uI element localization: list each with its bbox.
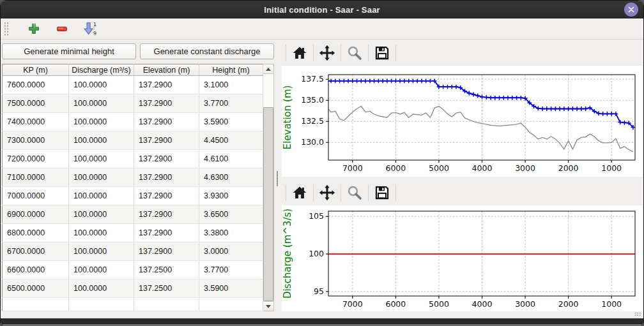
table-cell[interactable]: 137.2900 <box>134 150 199 168</box>
table-cell[interactable]: 100.0000 <box>69 113 134 131</box>
table-cell[interactable]: 100.0000 <box>69 242 134 261</box>
table-cell[interactable]: 6600.0000 <box>3 261 69 279</box>
table-cell[interactable]: 137.2900 <box>134 76 199 94</box>
table-cell[interactable]: 137.2500 <box>134 279 199 298</box>
table-cell[interactable] <box>134 298 199 311</box>
table-row: 6900.0000100.0000137.29003.6500 <box>3 205 263 224</box>
zoom-button[interactable] <box>345 183 364 202</box>
table-cell[interactable]: 137.2900 <box>134 94 199 113</box>
svg-text:2000: 2000 <box>558 299 579 309</box>
toolbar-separator <box>368 184 369 201</box>
table-cell[interactable]: 3.6500 <box>199 205 263 224</box>
table-cell[interactable]: 3.5900 <box>199 279 263 298</box>
column-header-discharge[interactable]: Discharge (m³/s) <box>69 64 134 76</box>
save-button[interactable] <box>372 43 392 63</box>
sort-rows-button[interactable]: 1 9 <box>80 20 100 38</box>
table-cell[interactable] <box>3 298 69 311</box>
add-row-button[interactable] <box>24 20 43 38</box>
elevation-plot[interactable]: 7000600050004000300020001000130.0132.513… <box>282 66 642 177</box>
table-row: 7200.0000100.0000137.29004.6100 <box>3 150 263 168</box>
generate-minimal-height-button[interactable]: Generate minimal height <box>2 43 136 59</box>
table-cell[interactable]: 7100.0000 <box>3 168 69 187</box>
generate-constant-discharge-button[interactable]: Generate constant discharge <box>140 43 274 59</box>
remove-row-button[interactable] <box>52 20 72 38</box>
table-cell[interactable]: 7300.0000 <box>3 131 69 150</box>
table-cell[interactable]: 100.0000 <box>69 168 134 187</box>
title-bar[interactable]: Initial condition - Saar - Saar <box>1 1 643 19</box>
table-cell[interactable]: 6700.0000 <box>3 242 69 261</box>
svg-text:6000: 6000 <box>385 299 406 309</box>
discharge-plot-toolbar <box>282 177 642 205</box>
table-row: 7300.0000100.0000137.29004.4500 <box>3 131 263 150</box>
table-cell[interactable] <box>199 298 263 311</box>
table-cell[interactable]: 100.0000 <box>69 261 134 279</box>
table-cell[interactable]: 137.2900 <box>134 242 199 261</box>
column-header-height[interactable]: Height (m) <box>199 64 263 76</box>
table-cell[interactable]: 100.0000 <box>69 224 134 242</box>
table-cell[interactable]: 6900.0000 <box>3 205 69 224</box>
home-button[interactable] <box>290 43 309 63</box>
table-cell[interactable]: 137.2900 <box>134 168 199 187</box>
table-cell[interactable]: 3.3800 <box>199 224 263 242</box>
scrollbar-up-button[interactable] <box>263 64 273 74</box>
table-cell[interactable]: 100.0000 <box>69 205 134 224</box>
table-cell[interactable]: 137.2900 <box>134 205 199 224</box>
home-button[interactable] <box>290 183 309 202</box>
minus-icon <box>56 23 68 34</box>
plots-panel: 7000600050004000300020001000130.0132.513… <box>279 40 643 311</box>
scrollbar-down-button[interactable] <box>263 301 273 311</box>
table-cell[interactable]: 100.0000 <box>69 131 134 150</box>
magnifier-icon <box>347 185 362 200</box>
svg-text:1000: 1000 <box>601 299 622 309</box>
table-cell[interactable]: 4.6100 <box>199 150 263 168</box>
svg-text:1000: 1000 <box>601 163 622 173</box>
table-cell[interactable]: 6800.0000 <box>3 224 69 242</box>
table-cell[interactable]: 137.2900 <box>134 187 199 205</box>
save-button[interactable] <box>372 183 392 202</box>
table-cell[interactable]: 7000.0000 <box>3 187 69 205</box>
table-row: 7500.0000100.0000137.29003.7700 <box>3 94 263 113</box>
table-cell[interactable]: 100.0000 <box>69 76 134 94</box>
table-cell[interactable]: 100.0000 <box>69 150 134 168</box>
table-cell[interactable]: 137.2900 <box>134 224 199 242</box>
table-cell[interactable]: 3.0000 <box>199 242 263 261</box>
table-cell[interactable]: 4.6300 <box>199 168 263 187</box>
resize-grip[interactable] <box>634 312 641 317</box>
discharge-plot[interactable]: 700060005000400030002000100095100105Disc… <box>282 205 642 311</box>
scrollbar-thumb[interactable] <box>263 107 273 301</box>
table-cell[interactable]: 7600.0000 <box>3 76 69 94</box>
table-cell[interactable]: 4.4500 <box>199 131 263 150</box>
table-cell[interactable]: 6500.0000 <box>3 279 69 298</box>
table-cell[interactable] <box>69 298 134 311</box>
zoom-button[interactable] <box>345 43 364 63</box>
table-cell[interactable]: 7200.0000 <box>3 150 69 168</box>
table-cell[interactable]: 3.7700 <box>199 94 263 113</box>
window-title: Initial condition - Saar - Saar <box>264 5 380 15</box>
table-cell[interactable]: 137.2500 <box>134 261 199 279</box>
svg-text:4000: 4000 <box>472 299 493 309</box>
table-cell[interactable]: 3.1000 <box>199 76 263 94</box>
table-cell[interactable]: 3.7700 <box>199 261 263 279</box>
table-cell[interactable]: 3.9300 <box>199 187 263 205</box>
scrollbar-track[interactable] <box>263 74 273 301</box>
pan-button[interactable] <box>318 183 337 202</box>
column-header-kp[interactable]: KP (m) <box>3 64 69 76</box>
table-cell[interactable]: 3.5900 <box>199 113 263 131</box>
toolbar-separator <box>395 184 396 201</box>
panel-splitter[interactable] <box>275 40 279 311</box>
toolbar-drag-handle[interactable] <box>4 22 9 36</box>
table-cell[interactable]: 100.0000 <box>69 279 134 298</box>
svg-text:7000: 7000 <box>342 299 363 309</box>
table-cell[interactable]: 7500.0000 <box>3 94 69 113</box>
table-cell[interactable]: 100.0000 <box>69 187 134 205</box>
table-cell[interactable]: 100.0000 <box>69 94 134 113</box>
home-icon <box>292 185 307 200</box>
pan-button[interactable] <box>318 43 337 63</box>
table-cell[interactable]: 7400.0000 <box>3 113 69 131</box>
column-header-elevation[interactable]: Elevation (m) <box>134 64 199 76</box>
table-cell[interactable]: 137.2900 <box>134 113 199 131</box>
svg-text:5000: 5000 <box>429 163 449 173</box>
close-button[interactable] <box>624 3 638 17</box>
svg-text:135.0: 135.0 <box>301 95 324 105</box>
table-cell[interactable]: 137.2900 <box>134 131 199 150</box>
